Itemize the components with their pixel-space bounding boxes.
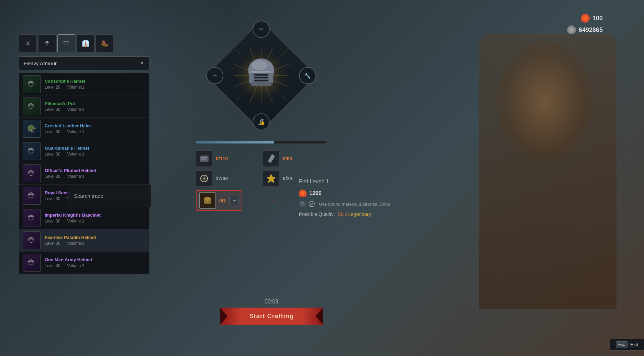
list-item[interactable]: ⛑ Conscript's Helmet Level:20 Volume:1 <box>19 73 149 95</box>
item-level: Level:30 <box>45 196 60 201</box>
item-name: Fearless Paladin Helmet <box>45 235 146 240</box>
silver-currency-row: 6492865 <box>567 25 603 34</box>
fire-cost-icon <box>299 190 307 197</box>
list-item[interactable]: ⛑ Imperial Knight's Bascinet Level:30 Vo… <box>19 207 149 229</box>
material-icon-4 <box>263 170 279 187</box>
item-icon: ⛑ <box>23 254 41 272</box>
item-meta: Level:30 Volume:1 <box>45 241 146 246</box>
item-level: Level:30 <box>45 174 60 179</box>
item-info: Imperial Knight's Bascinet Level:30 Volu… <box>45 213 146 223</box>
stamp-icon: 🔏 <box>258 119 265 125</box>
item-volume: Volume:1 <box>67 129 84 134</box>
craft-section: 00:03 Start Crafting <box>199 299 344 325</box>
item-icon: ⛑ <box>23 187 41 205</box>
item-info: Fearless Paladin Helmet Level:30 Volume:… <box>45 235 146 246</box>
list-item[interactable]: ⛑ Fearless Paladin Helmet Level:30 Volum… <box>19 229 149 252</box>
helmet-display: ✂ 🔧 🔏 ✂ <box>203 17 320 134</box>
start-crafting-button[interactable]: Start Crafting <box>220 308 323 325</box>
item-info: Crested Leather Helm Level:30 Volume:1 <box>45 123 146 134</box>
scissors-icon: ✂ <box>259 26 264 33</box>
material-slot-2: 0/60 <box>263 150 326 167</box>
list-item[interactable]: ⛑ Guardsman's Helmet Level:30 Volume:1 <box>19 140 149 162</box>
item-info: One Men Army Helmet Level:30 Volume:1 <box>45 257 146 268</box>
item-volume: Volume:1 <box>67 219 84 223</box>
item-volume: Volume:1 <box>67 263 84 268</box>
item-icon: ⛑ <box>23 97 41 115</box>
tool-icon: 🔧 <box>304 72 311 79</box>
tab-weapons[interactable]: ⚔ <box>19 34 37 52</box>
item-name: Guardsman's Helmet <box>45 146 146 151</box>
item-icon: 🪖 <box>23 120 41 138</box>
fire-currency-icon <box>581 14 590 23</box>
svg-point-25 <box>252 60 267 70</box>
dropdown-label: Heavy Armour <box>24 60 57 66</box>
esc-key: Esc <box>616 341 628 348</box>
left-panel: ⚔ 🗡 🛡 👔 🥾 Heavy Armour ▼ ⛑ Conscript's H… <box>19 34 149 274</box>
item-meta: Level:30 Volume:1 <box>45 219 146 223</box>
add-material-button[interactable]: + <box>229 196 239 205</box>
svg-rect-28 <box>201 157 207 158</box>
item-name: Imperial Knight's Bascinet <box>45 213 146 218</box>
item-icon: ⛑ <box>23 164 41 182</box>
tab-daggers[interactable]: 🗡 <box>38 34 56 52</box>
esc-exit-button[interactable]: Esc Exit <box>610 339 644 351</box>
svg-rect-29 <box>201 159 206 160</box>
fief-level: Fief Level: 1 <box>299 179 419 185</box>
item-level: Level:30 <box>45 263 60 268</box>
search-trade-overlay[interactable]: Search trade <box>68 185 151 207</box>
item-volume: Volume:1 <box>67 85 84 90</box>
svg-rect-21 <box>254 80 268 81</box>
helmet-image <box>239 51 284 97</box>
quality-row: Possible Quality: Epic Legendary <box>299 211 419 217</box>
item-level: Level:30 <box>45 241 60 246</box>
svg-rect-20 <box>254 77 268 78</box>
list-item[interactable]: ⛑ Royal Sentry's Level:30 Volume:1 Searc… <box>19 185 149 207</box>
material-count-special: 0/1 <box>219 198 226 203</box>
craft-slot-top[interactable]: ✂ <box>253 21 270 38</box>
item-list: ⛑ Conscript's Helmet Level:20 Volume:1 ⛑… <box>19 73 149 274</box>
list-item[interactable]: ⛑ One Men Army Helmet Level:30 Volume:1 <box>19 252 149 274</box>
chevron-down-icon: ▼ <box>140 60 144 66</box>
progress-bar <box>196 141 326 143</box>
craft-slot-left[interactable]: ✂ <box>206 67 223 84</box>
list-item[interactable]: ⛑ Pikeman's Pot Level:30 Volume:1 <box>19 95 149 118</box>
craft-slot-right[interactable]: 🔧 <box>299 67 316 84</box>
progress-bar-fill <box>196 141 274 143</box>
item-level: Level:20 <box>45 85 60 90</box>
possible-quality-label: Possible Quality: <box>299 211 335 217</box>
quality-epic: Epic <box>337 211 347 217</box>
svg-point-35 <box>207 200 209 202</box>
item-meta: Level:20 Volume:1 <box>45 85 146 90</box>
item-volume: Volume:1 <box>67 174 84 179</box>
list-item[interactable]: ⛑ Officer's Plumed Helmet Level:30 Volum… <box>19 162 149 185</box>
item-meta: Level:30 Volume:1 <box>45 129 146 134</box>
list-item[interactable]: 🪖 Crested Leather Helm Level:30 Volume:1 <box>19 118 149 140</box>
svg-point-36 <box>309 201 314 207</box>
tab-heavy-armour[interactable]: 🛡 <box>57 34 75 52</box>
quality-legendary: Legendary <box>348 211 371 217</box>
material-count-1: 0/110 <box>216 156 228 161</box>
item-icon: ⛑ <box>23 231 41 249</box>
tab-light-armour[interactable]: 👔 <box>77 34 95 52</box>
material-icon-3 <box>196 170 212 187</box>
svg-rect-19 <box>254 74 268 76</box>
svg-rect-26 <box>251 82 271 86</box>
item-level: Level:30 <box>45 152 60 157</box>
item-info: Pikeman's Pot Level:30 Volume:1 <box>45 101 146 112</box>
exit-label: Exit <box>630 342 638 347</box>
item-name: Pikeman's Pot <box>45 101 146 106</box>
item-icon: ⛑ <box>23 75 41 93</box>
item-level: Level:30 <box>45 107 60 112</box>
fire-amount: 100 <box>592 15 603 22</box>
item-meta: Level:30 Volume:1 <box>45 152 146 157</box>
tab-boots[interactable]: 🥾 <box>96 34 114 52</box>
material-count-3: 27/60 <box>216 176 228 181</box>
right-info-panel: Fief Level: 1 1200 ? Use bound material … <box>299 179 419 217</box>
item-icon: ⛑ <box>23 142 41 160</box>
craft-timer: 00:03 <box>199 299 344 305</box>
material-icon-1 <box>196 150 212 167</box>
craft-slot-bottom[interactable]: 🔏 <box>253 113 270 130</box>
category-dropdown[interactable]: Heavy Armour ▼ <box>19 56 149 70</box>
bound-material-row: ? Use bound material & Bronze Coins <box>299 200 419 207</box>
svg-point-34 <box>205 197 210 200</box>
